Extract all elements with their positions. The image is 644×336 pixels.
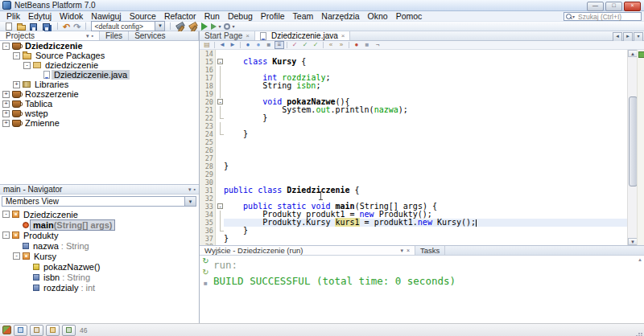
tree-item-dziedziczenie[interactable]: -dziedziczenie	[0, 60, 199, 70]
output-scroll-up-icon[interactable]: ▲	[638, 257, 642, 262]
members-view-select[interactable]: Members View ▼	[2, 196, 196, 207]
tree-item-tablica[interactable]: +Tablica	[0, 99, 199, 109]
code-line-35[interactable]: Produkty.Kursy kurs1 = produkt1.new Kurs…	[224, 219, 627, 227]
line-number[interactable]: 29	[200, 170, 215, 178]
collapse-icon[interactable]: -	[2, 211, 10, 218]
code-line-37[interactable]: }	[224, 235, 627, 243]
toggle-bookmark-icon[interactable]: ✓	[311, 41, 320, 49]
line-number[interactable]: 36	[200, 227, 215, 235]
tab-start-page[interactable]: Start Page ×	[200, 31, 255, 40]
menu-refactor[interactable]: Refactor	[160, 11, 200, 21]
navigator-close-icon[interactable]: ▪	[194, 186, 196, 192]
close-button[interactable]: ×	[624, 2, 641, 11]
close-tab-icon[interactable]: ×	[341, 33, 345, 39]
code-line-25[interactable]	[224, 138, 627, 146]
find-selection-icon[interactable]: ●	[243, 41, 253, 49]
tree-item-source-packages[interactable]: -Source Packages	[0, 51, 199, 60]
code-line-27[interactable]	[224, 154, 627, 162]
redo-button[interactable]: ↷	[73, 23, 80, 31]
line-number[interactable]: 25	[200, 138, 215, 146]
output-pin-icon[interactable]: ▾	[400, 248, 403, 254]
rerun-with-changes-icon[interactable]: ↻	[202, 268, 208, 277]
breakpoint-icon[interactable]: ●	[352, 41, 361, 49]
output-close-icon[interactable]: ×	[407, 248, 410, 253]
status-button-2[interactable]	[30, 325, 43, 336]
menu-widok[interactable]: Widok	[56, 11, 87, 21]
menu-plik[interactable]: Plik	[2, 11, 24, 21]
code-line-26[interactable]	[224, 146, 627, 154]
shift-right-icon[interactable]: »	[336, 41, 346, 49]
tab-output-run[interactable]: Wyjście - Dziedziczenie (run) ▾ ×	[200, 246, 415, 255]
line-number[interactable]: 34	[200, 211, 215, 219]
debug-button[interactable]	[211, 23, 217, 30]
fold-cell[interactable]: -	[217, 58, 224, 66]
menu-okno[interactable]: Okno	[364, 11, 392, 21]
menu-team[interactable]: Team	[289, 11, 318, 21]
code-line-22[interactable]: }	[224, 114, 627, 122]
fold-cell[interactable]: -	[217, 98, 224, 106]
close-tab-icon[interactable]: ×	[246, 33, 250, 39]
menu-run[interactable]: Run	[200, 11, 224, 21]
find-occurrences-icon[interactable]: ●	[254, 41, 263, 49]
config-select[interactable]: <default config> ▼	[91, 21, 165, 31]
code-line-18[interactable]: String isbn;	[224, 82, 627, 90]
panel-minimize-icon[interactable]: ▾	[86, 33, 89, 39]
code-line-23[interactable]	[224, 122, 627, 130]
tab-dziedziczenie-java[interactable]: Dziedziczenie.java ×	[255, 31, 351, 40]
tree-item-zmienne[interactable]: +Zmienne	[0, 118, 199, 128]
forward-icon[interactable]: ►	[228, 41, 237, 49]
undo-button[interactable]: ↶	[63, 23, 70, 31]
tab-files[interactable]: Files	[100, 31, 129, 40]
fold-collapse-icon[interactable]: -	[217, 59, 223, 64]
tree-item-produkty[interactable]: -Produkty	[0, 230, 199, 240]
line-number[interactable]: 22	[200, 114, 215, 122]
tree-item-main[interactable]: main(String[] args)	[0, 219, 199, 230]
tree-item-wst-p[interactable]: +wstęp	[0, 109, 199, 118]
tree-item-pokaznazwe-[interactable]: pokazNazwe()	[0, 261, 199, 272]
line-number[interactable]: 20	[200, 98, 215, 106]
clean-build-button[interactable]	[188, 23, 198, 31]
tab-tasks[interactable]: Tasks	[415, 246, 445, 255]
build-button[interactable]	[175, 23, 185, 31]
editor-vertical-scrollbar[interactable]: ▲ ▼	[627, 50, 637, 245]
code-lines[interactable]: class Kursy { int rozdzialy; String isbn…	[224, 50, 627, 245]
new-file-button[interactable]	[4, 23, 14, 31]
previous-occurrence-icon[interactable]: ✓	[290, 41, 299, 49]
rerun-icon[interactable]: ↻	[202, 257, 208, 265]
output-console[interactable]: ↻ ↻ ■ run:BUILD SUCCESSFUL (total time: …	[200, 256, 644, 323]
profile-button[interactable]	[224, 23, 230, 30]
collapse-icon[interactable]: -	[2, 43, 10, 50]
line-number[interactable]: 26	[200, 146, 215, 154]
expand-icon[interactable]: +	[2, 110, 10, 117]
line-number[interactable]: 23	[200, 122, 215, 130]
menu-nawiguj[interactable]: Nawiguj	[87, 11, 125, 21]
line-number[interactable]: 28	[200, 162, 215, 170]
tree-item-dziedziczenie[interactable]: -Dziedziczenie	[0, 41, 199, 51]
line-number[interactable]: 24	[200, 130, 215, 138]
line-number[interactable]: 27	[200, 154, 215, 162]
collapse-icon[interactable]: -	[13, 252, 20, 260]
notification-icon[interactable]	[2, 326, 11, 334]
last-edit-position-icon[interactable]: ▤	[202, 41, 212, 49]
menu-profile[interactable]: Profile	[257, 11, 289, 21]
code-line-21[interactable]: System.out.println(nazwa);	[224, 106, 627, 114]
shift-left-icon[interactable]: «	[326, 41, 336, 49]
line-number[interactable]: 35	[200, 219, 215, 227]
expand-icon[interactable]: +	[2, 120, 10, 127]
line-number[interactable]: 33	[200, 203, 215, 211]
code-line-28[interactable]: }	[224, 162, 627, 170]
tree-item-dziedziczenie-java[interactable]: Dziedziczenie.java	[0, 70, 199, 80]
stop-icon[interactable]: ■	[204, 280, 208, 288]
search-dropdown-icon[interactable]: ▾	[572, 14, 575, 19]
panel-float-icon[interactable]: ▪	[92, 33, 93, 39]
tree-item-isbn[interactable]: isbn : String	[0, 272, 199, 282]
fold-collapse-icon[interactable]: -	[217, 99, 223, 104]
collapse-icon[interactable]: -	[13, 52, 20, 59]
profile-dropdown-icon[interactable]: ▾	[232, 23, 234, 29]
line-number[interactable]: 16	[200, 66, 215, 74]
line-number[interactable]: 18	[200, 82, 215, 90]
line-number[interactable]: 30	[200, 178, 215, 186]
code-line-15[interactable]: class Kursy {	[224, 58, 627, 66]
line-number[interactable]: 14	[200, 50, 215, 58]
menu-source[interactable]: Source	[126, 11, 160, 21]
